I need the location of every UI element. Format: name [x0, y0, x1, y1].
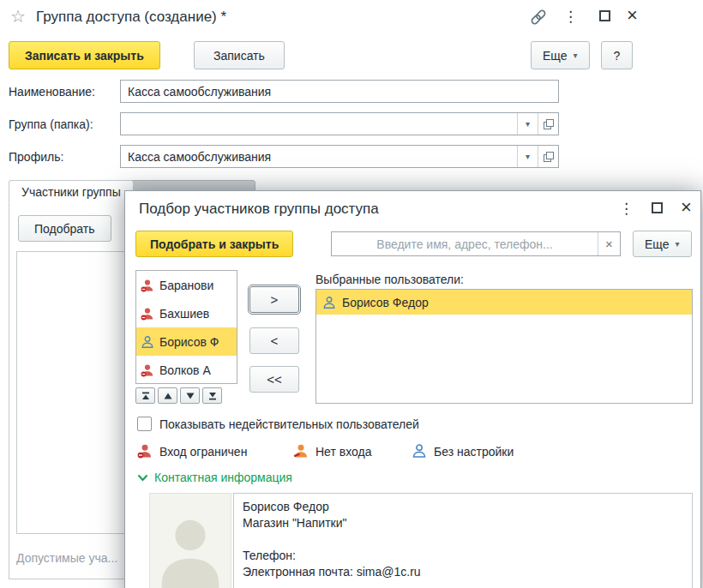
window-title: Группа доступа (создание) *: [36, 9, 226, 26]
dialog-kebab-menu-icon[interactable]: ⋮: [619, 200, 633, 218]
name-field[interactable]: [120, 80, 559, 103]
no-login-label: Нет входа: [315, 445, 371, 459]
collapse-chevron-icon[interactable]: [137, 474, 148, 482]
user-no-settings-icon: [141, 335, 154, 349]
search-input[interactable]: [332, 232, 598, 255]
dialog-close-icon[interactable]: ×: [681, 198, 692, 217]
restricted-login-icon: [137, 443, 153, 459]
group-input[interactable]: [121, 113, 517, 135]
move-bottom-icon[interactable]: [202, 387, 222, 404]
group-field[interactable]: ▾: [120, 112, 559, 135]
user-photo-placeholder: [149, 493, 231, 588]
show-invalid-label: Показывать недействительных пользователе…: [159, 417, 419, 431]
contact-line: Телефон:: [243, 548, 683, 564]
all-users-list[interactable]: Баранови Бахшиев Борисов Ф Волков А: [135, 270, 237, 384]
move-down-icon[interactable]: [180, 387, 200, 404]
maximize-icon[interactable]: [599, 10, 610, 21]
group-field-label: Группа (папка):: [9, 117, 93, 131]
contact-line: Борисов Федор: [243, 499, 683, 515]
user-name: Борисов Ф: [159, 335, 219, 349]
close-icon[interactable]: ×: [627, 6, 638, 25]
add-user-button[interactable]: >: [249, 286, 299, 313]
profile-field-label: Профиль:: [9, 150, 63, 164]
selected-user-name: Борисов Федор: [342, 296, 429, 309]
remove-user-button[interactable]: <: [249, 327, 299, 354]
contact-line: [243, 531, 683, 548]
more-button[interactable]: Еще ▾: [531, 41, 590, 69]
tab-members[interactable]: Участники группы: [9, 180, 134, 203]
user-name: Баранови: [159, 279, 213, 292]
list-nav-buttons: [135, 387, 222, 404]
allowed-members-label: Допустимые уча...: [16, 551, 117, 565]
save-and-close-button[interactable]: Записать и закрыть: [9, 41, 160, 69]
link-icon[interactable]: [528, 7, 549, 27]
name-input[interactable]: [128, 81, 551, 102]
group-dropdown-icon[interactable]: ▾: [517, 113, 538, 135]
pick-button[interactable]: Подобрать: [18, 215, 111, 242]
user-restricted-icon: [141, 279, 154, 292]
user-name: Бахшиев: [159, 307, 209, 321]
profile-field[interactable]: ▾: [120, 145, 559, 168]
search-field[interactable]: ×: [331, 231, 621, 256]
contact-line: Электронная почта: sima@1c.ru: [243, 564, 683, 580]
pick-and-close-button[interactable]: Подобрать и закрыть: [135, 231, 293, 257]
pick-users-dialog: Подбор участников группы доступа ⋮ × Под…: [124, 190, 701, 588]
chevron-down-icon: ▾: [574, 51, 578, 60]
restricted-login-label: Вход ограничен: [159, 445, 247, 459]
user-no-settings-icon: [322, 296, 336, 309]
dialog-more-label: Еще: [645, 237, 670, 251]
move-top-icon[interactable]: [135, 387, 155, 404]
contact-line: Магазин "Напитки": [243, 515, 683, 531]
contact-info-text: Борисов Федор Магазин "Напитки" Телефон:…: [233, 493, 693, 588]
remove-all-users-button[interactable]: <<: [249, 366, 299, 393]
show-invalid-checkbox[interactable]: [137, 417, 152, 431]
profile-open-icon[interactable]: [538, 146, 558, 167]
dialog-title: Подбор участников группы доступа: [139, 201, 379, 218]
user-row[interactable]: Баранови: [136, 271, 237, 299]
favorite-star-icon[interactable]: ☆: [10, 6, 26, 27]
dialog-maximize-icon[interactable]: [652, 202, 663, 213]
help-button[interactable]: ?: [601, 41, 633, 69]
no-settings-icon: [412, 443, 427, 459]
user-row-selected[interactable]: Борисов Ф: [136, 327, 237, 356]
user-restricted-icon: [141, 307, 154, 321]
user-row[interactable]: Бахшиев: [136, 299, 237, 327]
contact-info-section-header[interactable]: Контактная информация: [154, 471, 292, 484]
name-field-label: Наименование:: [9, 85, 95, 99]
clear-search-icon[interactable]: ×: [598, 232, 620, 255]
no-settings-label: Без настройки: [434, 445, 514, 459]
user-row[interactable]: Волков А: [136, 356, 237, 384]
group-open-icon[interactable]: [538, 113, 558, 135]
selected-users-list[interactable]: Борисов Федор: [315, 289, 693, 404]
selected-users-label: Выбранные пользователи:: [315, 273, 464, 286]
move-up-icon[interactable]: [158, 387, 177, 404]
more-button-label: Еще: [543, 49, 568, 63]
save-button[interactable]: Записать: [194, 41, 285, 69]
profile-dropdown-icon[interactable]: ▾: [517, 146, 538, 167]
user-name: Волков А: [159, 363, 211, 377]
no-login-icon: [293, 443, 309, 459]
dialog-more-button[interactable]: Еще ▾: [633, 231, 692, 257]
chevron-down-icon: ▾: [676, 239, 680, 249]
user-restricted-icon: [141, 363, 154, 377]
selected-user-row[interactable]: Борисов Федор: [316, 290, 692, 315]
kebab-menu-icon[interactable]: ⋮: [563, 8, 577, 26]
profile-input[interactable]: [121, 146, 517, 167]
